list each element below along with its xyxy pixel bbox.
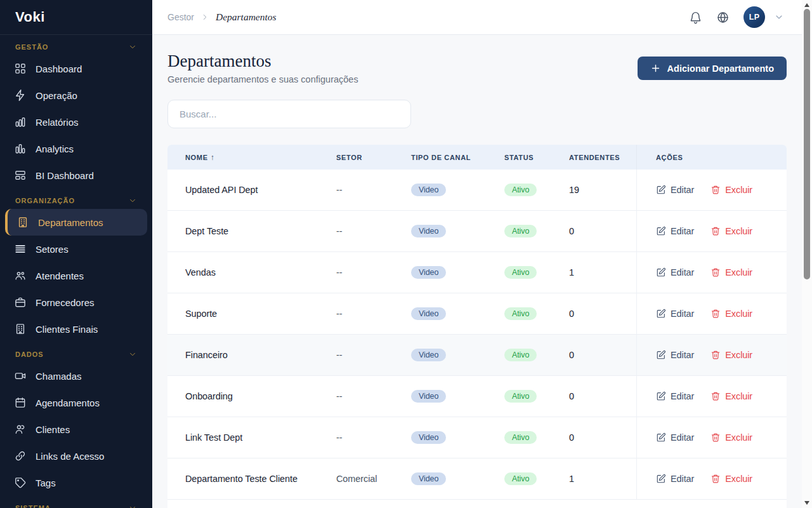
department-setor: -- (336, 267, 411, 277)
canal-badge: Video (411, 307, 446, 320)
page-header: Departamentos Gerencie departamentos e s… (167, 51, 787, 84)
sidebar-item-atendentes[interactable]: Atendentes (5, 262, 147, 289)
sidebar-item-label: Analytics (36, 144, 74, 154)
column-header-atendentes[interactable]: ATENDENTES (569, 154, 636, 161)
sidebar-item-agendamentos[interactable]: Agendamentos (5, 389, 147, 416)
sidebar-item-fornecedores[interactable]: Fornecedores (5, 289, 147, 316)
status-badge: Ativo (504, 472, 537, 485)
sort-asc-icon: ↑ (211, 153, 215, 162)
edit-icon (656, 391, 666, 401)
table-row: Dept Teste -- Video Ativo 0 Editar Exclu… (167, 211, 787, 252)
sidebar-item-analytics[interactable]: Analytics (5, 135, 147, 162)
trash-icon (710, 350, 721, 360)
sidebar-item-setores[interactable]: Setores (5, 236, 147, 262)
status-badge: Ativo (504, 225, 537, 237)
sidebar-item-departamentos[interactable]: Departamentos (5, 209, 147, 236)
status-badge: Ativo (504, 307, 537, 320)
scrollbar-thumb[interactable] (804, 9, 810, 279)
sidebar-item-clientes[interactable]: Clientes (5, 416, 147, 443)
delete-button[interactable]: Excluir (710, 309, 752, 319)
section-header-sistema[interactable]: SISTEMA (5, 496, 147, 508)
department-name: Departamento Teste Cliente (167, 474, 336, 484)
topbar-actions: LP (689, 6, 784, 28)
breadcrumb-root[interactable]: Gestor (167, 12, 194, 22)
department-setor: Comercial (336, 474, 411, 484)
building-icon (14, 323, 27, 335)
table-row: Suporte -- Video Ativo 0 Editar Excluir (167, 293, 787, 335)
canal-badge: Video (411, 431, 446, 444)
sidebar-item-links-de-acesso[interactable]: Links de Acesso (5, 443, 147, 469)
breadcrumb-current: Departamentos (216, 11, 277, 23)
notifications-bell-icon[interactable] (689, 11, 702, 24)
edit-button[interactable]: Editar (656, 391, 694, 401)
sidebar-item-tags[interactable]: Tags (5, 469, 147, 496)
edit-button[interactable]: Editar (656, 226, 694, 236)
canal-badge: Video (411, 472, 446, 485)
table-header-row: NOME↑ SETOR TIPO DE CANAL STATUS ATENDEN… (167, 145, 787, 170)
table-filler (167, 500, 787, 508)
section-header-gestao[interactable]: GESTÃO (5, 35, 147, 55)
column-header-setor[interactable]: SETOR (336, 154, 411, 161)
globe-icon[interactable] (716, 11, 730, 24)
sidebar-item-bi-dashboard[interactable]: BI Dashboard (5, 162, 147, 189)
delete-button[interactable]: Excluir (710, 432, 752, 443)
delete-button[interactable]: Excluir (710, 474, 752, 484)
department-name: Financeiro (167, 350, 336, 360)
page-content: Departamentos Gerencie departamentos e s… (152, 35, 812, 508)
tag-icon (14, 476, 27, 489)
sidebar-item-label: Clientes Finais (36, 324, 98, 335)
atendentes-count: 19 (569, 185, 636, 195)
edit-button[interactable]: Editar (656, 267, 694, 277)
column-header-status[interactable]: STATUS (504, 154, 569, 161)
status-badge: Ativo (504, 266, 537, 279)
section-label: ORGANIZAÇÃO (15, 197, 75, 205)
dashboard-icon (14, 62, 27, 75)
search-input[interactable] (167, 100, 411, 128)
table-row: Vendas -- Video Ativo 1 Editar Excluir (167, 252, 787, 293)
sidebar-item-label: Departamentos (38, 217, 103, 228)
section-header-organizacao[interactable]: ORGANIZAÇÃO (5, 189, 147, 209)
canal-badge: Video (411, 266, 446, 279)
delete-button[interactable]: Excluir (710, 185, 752, 195)
add-department-label: Adicionar Departamento (667, 64, 774, 74)
edit-button[interactable]: Editar (656, 474, 694, 484)
canal-badge: Video (411, 349, 446, 361)
edit-button[interactable]: Editar (656, 309, 694, 319)
table-row: Departamento Teste Cliente Comercial Vid… (167, 458, 787, 500)
edit-button[interactable]: Editar (656, 350, 694, 360)
section-header-dados[interactable]: DADOS (5, 342, 147, 363)
sidebar-item-chamadas[interactable]: Chamadas (5, 363, 147, 389)
scroll-up-arrow-icon[interactable] (804, 3, 809, 7)
zap-icon (14, 89, 27, 102)
sidebar-item-clientes-finais[interactable]: Clientes Finais (5, 316, 147, 342)
chevron-down-icon (128, 196, 137, 205)
user-avatar[interactable]: LP (743, 6, 765, 28)
column-header-tipo-de-canal[interactable]: TIPO DE CANAL (411, 154, 504, 161)
atendentes-count: 0 (569, 309, 636, 319)
chevron-down-icon (128, 43, 137, 51)
column-header-nome[interactable]: NOME↑ (167, 153, 336, 162)
scroll-down-arrow-icon[interactable] (804, 501, 809, 505)
delete-button[interactable]: Excluir (710, 226, 752, 236)
sidebar-nav: GESTÃO Dashboard Operação Relatórios Ana… (0, 35, 152, 508)
edit-button[interactable]: Editar (656, 185, 694, 195)
trash-icon (710, 474, 721, 484)
delete-button[interactable]: Excluir (710, 267, 752, 277)
delete-button[interactable]: Excluir (710, 350, 752, 360)
department-setor: -- (336, 432, 411, 443)
sidebar-item-relatorios[interactable]: Relatórios (5, 109, 147, 135)
chevron-down-icon[interactable] (774, 12, 784, 22)
department-name: Updated API Dept (167, 185, 336, 195)
vertical-scrollbar[interactable] (802, 0, 812, 508)
delete-button[interactable]: Excluir (710, 391, 752, 401)
department-setor: -- (336, 185, 411, 195)
department-name: Suporte (167, 309, 336, 319)
edit-button[interactable]: Editar (656, 432, 694, 443)
page-header-text: Departamentos Gerencie departamentos e s… (167, 51, 358, 84)
sidebar-item-dashboard[interactable]: Dashboard (5, 55, 147, 82)
table-row: Updated API Dept -- Video Ativo 19 Edita… (167, 170, 787, 211)
add-department-button[interactable]: Adicionar Departamento (638, 57, 787, 80)
sidebar-item-operacao[interactable]: Operação (5, 82, 147, 109)
video-camera-icon (14, 370, 27, 382)
page-title: Departamentos (167, 51, 358, 70)
